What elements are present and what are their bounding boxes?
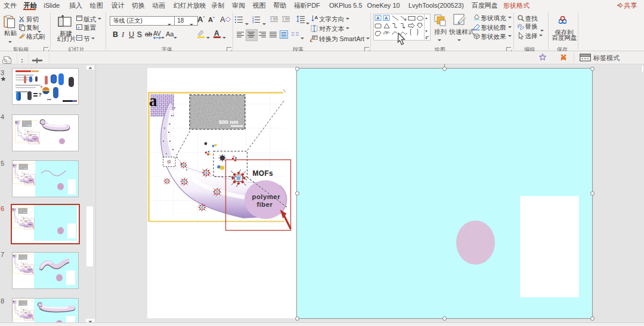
svg-text:A: A xyxy=(385,15,388,21)
svg-text:A: A xyxy=(376,15,380,21)
svg-text:3: 3 xyxy=(252,21,254,23)
svg-text:c: c xyxy=(520,26,522,30)
svg-text:A: A xyxy=(315,15,318,20)
